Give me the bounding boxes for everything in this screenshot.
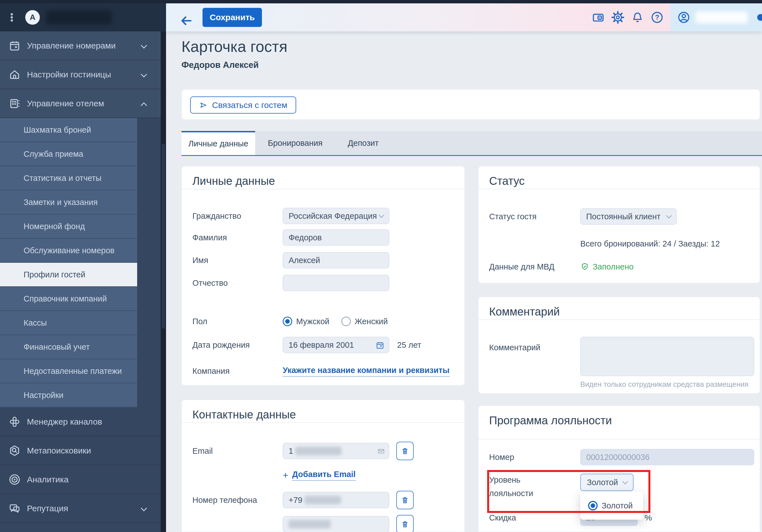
email-value-blurred	[295, 447, 342, 455]
sidebar-item-site-builder[interactable]: Конструктор сайта	[0, 523, 161, 532]
tab-deposit[interactable]: Депозит	[335, 131, 391, 155]
sidebar-item-label: Управление отелем	[27, 99, 104, 108]
guest-card-screen: A Управление номерами Настройки гостиниц…	[0, 0, 762, 532]
lastname-input[interactable]: Федоров	[283, 229, 389, 246]
sidebar-item-label: Управление номерами	[27, 41, 115, 50]
account-name-blurred	[46, 10, 112, 25]
help-icon[interactable]: ?	[651, 11, 663, 24]
edge-widget-icon[interactable]	[757, 14, 762, 21]
sidebar-item-label: Аналитика	[27, 475, 69, 484]
home-icon	[8, 68, 21, 81]
shield-check-icon	[580, 262, 589, 271]
status-card: Статус Статус гостя Постоянный клиент Вс…	[478, 166, 760, 283]
firstname-input[interactable]: Алексей	[283, 252, 389, 268]
sidebar-item-hotel-settings[interactable]: Настройки гостиницы	[0, 60, 161, 89]
gear-icon[interactable]	[611, 11, 624, 24]
loyalty-level-popup: Золотой	[580, 492, 643, 520]
contact-guest-button[interactable]: Связаться с гостем	[190, 97, 296, 114]
sidebar-item-channel-manager[interactable]: Менеджер каналов	[0, 408, 161, 436]
comment-textarea[interactable]	[580, 337, 754, 376]
loyalty-option-label[interactable]: Золотой	[602, 501, 633, 510]
personal-data-card: Личные данные Гражданство Российская Фед…	[182, 166, 465, 386]
birthdate-input[interactable]: 16 февраля 2001	[283, 337, 389, 353]
guest-status-select[interactable]: Постоянный клиент	[580, 208, 677, 225]
plus-icon: +	[283, 470, 288, 481]
firstname-label: Имя	[192, 256, 283, 265]
email-input[interactable]: 1	[283, 443, 389, 459]
add-email-link[interactable]: Добавить Email	[292, 470, 356, 481]
loyalty-number-input: 00012000000036	[580, 449, 754, 465]
calendar-icon	[8, 39, 21, 52]
email-label: Email	[192, 446, 283, 456]
chevron-down-icon	[141, 71, 147, 78]
tab-personal-data[interactable]: Личные данные	[182, 131, 255, 155]
citizenship-value: Российская Федерация	[289, 211, 377, 221]
envelope-icon	[377, 447, 385, 455]
sidebar-item-companies[interactable]: Справочник компаний	[0, 287, 137, 311]
sidebar-item-room-fund[interactable]: Номерной фонд	[0, 214, 137, 239]
mvd-status-text: Заполнено	[593, 262, 634, 271]
tabs: Личные данные Бронирования Депозит	[182, 131, 762, 156]
bell-icon[interactable]	[631, 11, 644, 24]
middlename-label: Отчество	[192, 278, 283, 288]
sidebar-item-undelivered-payments[interactable]: Недоставленные платежи	[0, 359, 137, 383]
sidebar-item-room-management[interactable]: Управление номерами	[0, 32, 161, 60]
delete-phone2-button[interactable]	[396, 515, 414, 532]
loyalty-level-dropdown[interactable]: Золотой	[580, 474, 634, 491]
lastname-value: Федоров	[289, 233, 322, 242]
sidebar: A Управление номерами Настройки гостиниц…	[0, 3, 166, 532]
sidebar-item-analytics[interactable]: Аналитика	[0, 465, 161, 494]
svg-text:?: ?	[655, 14, 659, 21]
sidebar-item-reception[interactable]: Служба приема	[0, 142, 137, 166]
sidebar-item-metasearch[interactable]: Метапоисковики	[0, 436, 161, 465]
contacts-card: Контактные данные Email 1 + Добавить Ema…	[182, 400, 465, 532]
middlename-input[interactable]	[283, 275, 389, 291]
sidebar-item-finance[interactable]: Финансовый учет	[0, 335, 137, 359]
gender-female-radio[interactable]	[341, 317, 351, 326]
sidebar-item-settings[interactable]: Настройки	[0, 383, 137, 408]
username-blurred	[696, 12, 747, 23]
chevron-down-icon	[141, 505, 147, 511]
sidebar-item-label: Настройки гостиницы	[27, 70, 111, 79]
firstname-value: Алексей	[289, 256, 320, 265]
avatar[interactable]: A	[25, 10, 40, 25]
wallet-icon[interactable]	[592, 11, 605, 24]
sidebar-item-statistics[interactable]: Статистика и отчеты	[0, 166, 137, 190]
sidebar-item-guest-profiles[interactable]: Профили гостей	[0, 263, 137, 287]
gender-male-radio[interactable]	[283, 317, 292, 326]
comment-hint: Виден только сотрудникам средства размещ…	[580, 380, 748, 389]
calendar-icon[interactable]	[376, 341, 385, 350]
kebab-menu-icon[interactable]	[6, 12, 17, 23]
sidebar-item-reputation[interactable]: Репутация	[0, 494, 161, 523]
sidebar-item-notes[interactable]: Заметки и указания	[0, 190, 137, 214]
chevron-down-icon	[666, 213, 672, 218]
delete-email-button[interactable]	[396, 442, 414, 460]
topbar: Сохранить ?	[166, 3, 762, 32]
send-icon	[199, 101, 207, 110]
phone-input[interactable]: +79	[283, 492, 389, 508]
sidebar-item-hotel-management[interactable]: Управление отелем	[0, 89, 161, 118]
sidebar-item-cash-desks[interactable]: Кассы	[0, 311, 137, 335]
sidebar-item-bookings-grid[interactable]: Шахматка броней	[0, 118, 137, 142]
phone2-input[interactable]	[283, 516, 389, 532]
save-button[interactable]: Сохранить	[202, 8, 262, 27]
mvd-status: Заполнено	[580, 262, 634, 271]
window-top-strip	[0, 0, 762, 3]
bookings-summary: Всего бронирований: 24 / Заезды: 12	[580, 239, 720, 249]
gender-label: Пол	[192, 317, 283, 326]
sidebar-item-room-service[interactable]: Обслуживание номеров	[0, 239, 137, 263]
citizenship-select[interactable]: Российская Федерация	[283, 208, 389, 224]
back-arrow-icon[interactable]	[180, 14, 193, 28]
discount-unit: %	[645, 513, 652, 522]
sidebar-scrollbar-thumb[interactable]	[162, 144, 165, 329]
section-title: Статус	[479, 166, 760, 189]
delete-phone-button[interactable]	[396, 491, 414, 509]
company-link[interactable]: Укажите название компании и реквизиты	[283, 366, 450, 377]
birthdate-value: 16 февраля 2001	[289, 341, 354, 350]
loyalty-option-radio[interactable]	[588, 501, 598, 510]
gender-male-label: Мужской	[296, 317, 330, 326]
guest-status-value: Постоянный клиент	[586, 212, 660, 221]
tab-bookings[interactable]: Бронирования	[255, 131, 335, 155]
sidebar-account-header[interactable]: A	[0, 3, 166, 32]
user-profile-icon[interactable]	[677, 11, 690, 24]
